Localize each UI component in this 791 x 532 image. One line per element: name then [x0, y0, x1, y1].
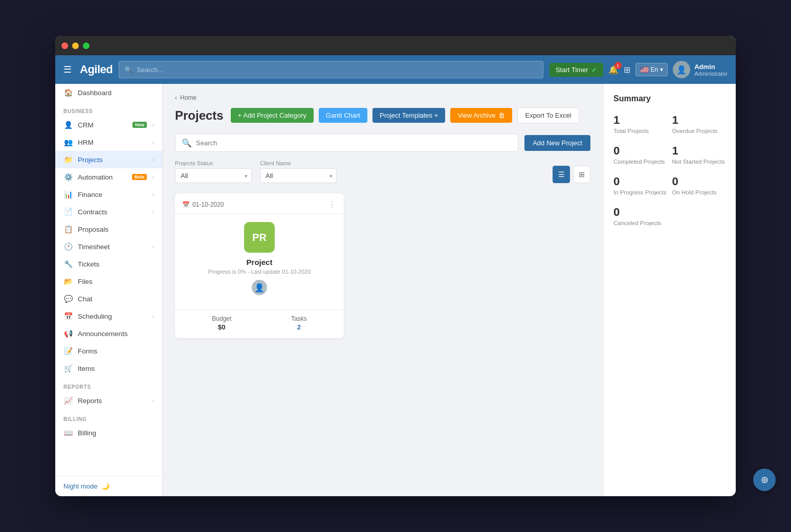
billing-icon: 📖	[63, 429, 73, 437]
app-window: ☰ Agiled 🔍 Search... Start Timer ✓ 🔔 1 ⊞…	[55, 36, 736, 496]
gantt-chart-button[interactable]: Gantt Chart	[319, 108, 367, 123]
view-toggle: ☰ ⊞	[553, 166, 590, 183]
items-icon: 🛒	[63, 364, 73, 372]
sidebar-label-announcements: Announcements	[78, 330, 154, 338]
on-hold-projects-count: 0	[672, 175, 726, 188]
moon-icon: 🌙	[101, 482, 109, 490]
filter-status-select[interactable]: All	[175, 168, 252, 183]
sidebar-item-contracts[interactable]: 📄 Contracts ›	[55, 203, 162, 220]
sidebar-item-forms[interactable]: 📝 Forms	[55, 342, 162, 360]
search-bar[interactable]: 🔍 Search...	[119, 61, 543, 78]
scheduling-arrow-icon: ›	[152, 313, 154, 319]
grid-icon[interactable]: ⊞	[624, 65, 630, 75]
sidebar-label-scheduling: Scheduling	[78, 313, 147, 320]
list-view-button[interactable]: ☰	[553, 166, 570, 183]
start-timer-button[interactable]: Start Timer ✓	[550, 63, 603, 77]
sidebar-item-tickets[interactable]: 🔧 Tickets	[55, 255, 162, 273]
notifications-icon[interactable]: 🔔 1	[608, 65, 619, 75]
user-role: Administrator	[694, 71, 728, 77]
reports-icon: 📈	[63, 396, 73, 405]
sidebar-item-proposals[interactable]: 📋 Proposals	[55, 220, 162, 238]
timesheet-arrow-icon: ›	[152, 243, 154, 250]
export-to-excel-button[interactable]: Export To Excel	[517, 107, 579, 123]
sidebar-item-announcements[interactable]: 📢 Announcements	[55, 325, 162, 342]
automation-icon: ⚙️	[63, 173, 73, 181]
notification-badge: 1	[614, 62, 622, 69]
grid-view-button[interactable]: ⊞	[573, 166, 590, 183]
sidebar-item-billing[interactable]: 📖 Billing	[55, 424, 162, 441]
section-billing: BILLING	[55, 409, 162, 424]
user-info: 👤 Admin Administrator	[673, 61, 728, 78]
sidebar-item-reports[interactable]: 📈 Reports ›	[55, 392, 162, 409]
sidebar-item-chat[interactable]: 💬 Chat	[55, 290, 162, 307]
sidebar-item-finance[interactable]: 📊 Finance ›	[55, 186, 162, 203]
view-archive-button[interactable]: View Archive 🗑	[450, 108, 512, 123]
minimize-dot[interactable]	[72, 42, 79, 49]
user-name: Admin	[694, 63, 728, 71]
automation-arrow-icon: ›	[152, 174, 154, 180]
hrm-arrow-icon: ›	[152, 139, 154, 145]
tasks-value[interactable]: 2	[297, 323, 301, 331]
filter-client-group: Client Name All	[260, 160, 337, 183]
sidebar-item-automation[interactable]: ⚙️ Automation Beta ›	[55, 168, 162, 186]
sidebar-label-hrm: HRM	[78, 139, 147, 146]
project-progress-text: Progress is 0% - Last update 01-10-2020	[208, 269, 311, 275]
projects-arrow-icon: ›	[152, 157, 154, 163]
sidebar-item-hrm[interactable]: 👥 HRM ›	[55, 134, 162, 151]
sidebar: 🏠 Dashboard BUSINESS 👤 CRM New › 👥 HRM ›…	[55, 84, 163, 496]
overdue-projects-count: 1	[672, 114, 726, 127]
add-project-category-button[interactable]: + Add Project Category	[231, 108, 314, 123]
sidebar-label-chat: Chat	[78, 295, 154, 303]
sidebar-label-reports: Reports	[78, 397, 147, 405]
calendar-icon: 📅	[182, 201, 190, 208]
project-name[interactable]: Project	[247, 258, 273, 267]
page-header: Projects + Add Project Category Gantt Ch…	[175, 107, 590, 123]
menu-icon[interactable]: ☰	[63, 64, 72, 75]
main-layout: 🏠 Dashboard BUSINESS 👤 CRM New › 👥 HRM ›…	[55, 84, 736, 496]
sidebar-label-forms: Forms	[78, 347, 154, 355]
filter-client-label: Client Name	[260, 160, 337, 166]
night-mode-button[interactable]: Night mode 🌙	[63, 482, 154, 490]
close-dot[interactable]	[61, 42, 68, 49]
project-templates-button[interactable]: Project Templates +	[372, 108, 445, 123]
title-bar	[55, 36, 736, 55]
filter-client-select[interactable]: All	[260, 168, 337, 183]
breadcrumb-back-icon: ‹	[175, 94, 177, 101]
add-new-project-button[interactable]: Add New Project	[524, 135, 590, 151]
completed-projects-label: Completed Projects	[613, 159, 667, 165]
project-card: 📅 01-10-2020 ⋮ PR Project Progress is 0%…	[175, 193, 344, 338]
section-reports: REPORTS	[55, 377, 162, 392]
sidebar-item-dashboard[interactable]: 🏠 Dashboard	[55, 84, 162, 101]
breadcrumb-home[interactable]: Home	[180, 94, 196, 101]
nav-right: Start Timer ✓ 🔔 1 ⊞ 🇺🇸 En ▾ 👤 Admin Admi…	[550, 61, 728, 78]
help-fab-button[interactable]: ⊛	[753, 469, 776, 491]
sidebar-label-tickets: Tickets	[78, 260, 154, 268]
card-menu-button[interactable]: ⋮	[328, 199, 337, 209]
top-nav: ☰ Agiled 🔍 Search... Start Timer ✓ 🔔 1 ⊞…	[55, 55, 736, 84]
finance-arrow-icon: ›	[152, 191, 154, 197]
crm-badge: New	[133, 122, 147, 128]
in-progress-projects-count: 0	[613, 175, 667, 188]
help-icon: ⊛	[761, 474, 768, 485]
maximize-dot[interactable]	[83, 42, 90, 49]
sidebar-item-projects[interactable]: 📁 Projects ›	[55, 151, 162, 168]
search-placeholder: Search...	[137, 66, 163, 74]
lang-chevron-icon: ▾	[660, 66, 663, 73]
language-selector[interactable]: 🇺🇸 En ▾	[635, 63, 668, 76]
sidebar-item-timesheet[interactable]: 🕐 Timesheet ›	[55, 238, 162, 255]
card-header: 📅 01-10-2020 ⋮	[175, 193, 344, 214]
project-avatar: PR	[244, 222, 275, 253]
project-search-input[interactable]	[196, 139, 512, 147]
sidebar-item-scheduling[interactable]: 📅 Scheduling ›	[55, 307, 162, 325]
sidebar-item-crm[interactable]: 👤 CRM New ›	[55, 116, 162, 134]
search-icon: 🔍	[124, 66, 133, 74]
files-icon: 📂	[63, 277, 73, 285]
announcements-icon: 📢	[63, 329, 73, 338]
tasks-stat: Tasks 2	[291, 315, 307, 331]
reports-arrow-icon: ›	[152, 397, 154, 404]
completed-projects-count: 0	[613, 144, 667, 158]
sidebar-item-items[interactable]: 🛒 Items	[55, 360, 162, 377]
sidebar-item-files[interactable]: 📂 Files	[55, 273, 162, 290]
projects-icon: 📁	[63, 156, 73, 164]
filter-row: Projects Status All Client Name All	[175, 160, 590, 183]
